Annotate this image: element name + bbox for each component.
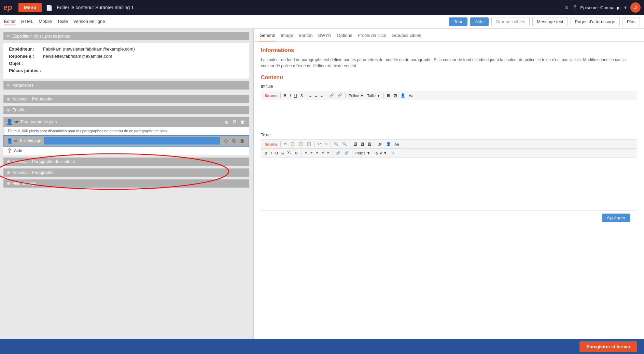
cut-btn[interactable]: ✂ [282,141,288,147]
page-title: Éditer le contenu: Summer mailing 1 [57,5,559,10]
img3-btn[interactable]: 🖼 [366,141,373,147]
align-right-1[interactable]: ≡ [319,93,324,98]
para-plan-add-btn[interactable]: ⊕ [223,118,230,125]
plus-button[interactable]: Plus [622,17,640,26]
font-btn-1[interactable]: Aa [407,93,415,98]
link-btn-2[interactable]: 🔗 [335,150,342,156]
groupes-cibles-button[interactable]: Groupes cibles [491,17,530,26]
replace-btn[interactable]: 🔍 [341,141,348,147]
close-icon[interactable]: ✕ [564,4,569,11]
entete-bar[interactable]: ⊕ En-tête [3,106,249,114]
tab-profils-clics[interactable]: Profils de clics [358,31,386,41]
sep-t8 [352,150,352,156]
help-circle-icon: ❓ [7,148,12,153]
sep-t6 [302,150,302,156]
strike-btn-2[interactable]: S [280,150,285,156]
texte-editor-body[interactable] [261,157,637,205]
sound-btn[interactable]: 🔊 [377,141,384,147]
unlink-btn-2[interactable]: 🔗 [343,150,350,156]
img-btn-2[interactable]: 🖼 [352,141,359,147]
img2-btn[interactable]: 🖼 [359,141,366,147]
sub-btn[interactable]: X₂ [286,150,292,156]
police-btn-1[interactable]: Police ▼ [347,93,365,98]
table-btn-2[interactable]: ⊞ [389,150,395,156]
list-btn[interactable]: ≡ [304,150,308,156]
person-btn-1[interactable]: 👤 [399,93,407,98]
para-plan-copy-btn[interactable]: ⧉ [232,118,238,125]
pages-atterrissage-button[interactable]: Pages d'atterrissage [571,17,620,26]
avatar-icon: 👤 [6,119,13,125]
strike-btn-1[interactable]: S [299,93,304,98]
image-btn-1[interactable]: 🖼 [392,93,398,98]
link-btn-1[interactable]: 🔗 [328,93,335,98]
tab-bouton[interactable]: Bouton [298,31,312,41]
nouveau-para-contenu-bar[interactable]: ⊕ Nouveau : Paragraphe de contenu [3,158,249,166]
align2-left[interactable]: ≡ [309,150,314,156]
sup-btn[interactable]: X² [293,150,300,156]
person-btn-2[interactable]: 👤 [385,141,392,147]
unlink-btn-1[interactable]: 🔗 [336,93,344,98]
source-btn-2[interactable]: Source [263,141,279,147]
para-plan-delete-btn[interactable]: 🗑 [239,118,247,125]
tab-texte[interactable]: Texte [57,18,68,25]
table-btn-1[interactable]: ⊞ [386,93,391,98]
sep2 [306,93,306,98]
source-btn-1[interactable]: Source [263,93,279,98]
redo-btn[interactable]: ↪ [323,141,329,147]
police-btn-2[interactable]: Police ▼ [354,150,372,156]
tab-editer[interactable]: Éditer [4,18,16,25]
tab-mobile[interactable]: Mobile [39,18,52,25]
appliquer-button[interactable]: Appliquer [602,214,630,222]
tab-groupes-cibles[interactable]: Groupes cibles [391,31,421,41]
paste2-btn[interactable]: 📋 [305,141,313,147]
tab-version-en-ligne[interactable]: Version en ligne [73,18,105,25]
underline-btn-1[interactable]: U [293,93,298,98]
tab-general[interactable]: Général [260,31,275,41]
nouveau-preheader-bar[interactable]: ⊕ Nouveau : Pré-header [3,95,249,103]
reponse-value: newsletter.fabrikam@example.com [43,54,112,59]
pieces-row: Pièces jointes : [9,68,244,73]
taille-btn-2[interactable]: Taille ▼ [373,150,389,156]
pied-bar[interactable]: ⊕ Pied de page [3,179,249,188]
text-image-copy-btn[interactable]: ⧉ [231,137,237,145]
align2-justify[interactable]: ≡ [326,150,331,156]
document-icon[interactable]: 📄 [46,4,53,11]
bold-btn-2[interactable]: B [263,150,269,156]
menu-button[interactable]: Menu [18,3,42,12]
text-image-delete-btn[interactable]: 🗑 [238,137,246,144]
nouveau-para-bar[interactable]: ⊕ Nouveau : Paragraphe [3,168,249,177]
pencil-icon: ✏ [7,34,10,39]
search-btn[interactable]: 🔍 [333,141,340,147]
intitule-editor-body[interactable] [261,100,637,127]
tab-html[interactable]: HTML [21,18,33,25]
tab-options[interactable]: Options [337,31,352,41]
align-center-1[interactable]: ≡ [313,93,318,98]
para-plan: 👤 ✏ Paragraphe de plan ⊕ ⧉ 🗑 En tout, 60… [3,117,249,155]
paste-btn[interactable]: 📋 [297,141,305,147]
avatar[interactable]: J [630,2,641,13]
align2-center[interactable]: ≡ [315,150,320,156]
tour-button[interactable]: Tour [449,17,467,26]
campaign-dropdown-icon[interactable]: ▼ [623,5,628,10]
help-icon[interactable]: ? [573,4,576,11]
tab-swyn[interactable]: SWYN [318,31,332,41]
align2-right[interactable]: ≡ [320,150,325,156]
italic-btn-2[interactable]: I [269,150,273,156]
sender-bar[interactable]: ✏ Expéditeur, objet, pièces jointes [3,32,249,40]
copy-btn[interactable]: 📋 [289,141,296,147]
align-left-1[interactable]: ≡ [308,93,313,98]
text-image-move-btn[interactable]: ⊕ [223,137,229,144]
italic-btn-1[interactable]: I [289,93,292,98]
sep-t1 [280,141,281,147]
bold-btn-1[interactable]: B [282,93,288,98]
text-image-row[interactable]: 👤 ✏ Texte/image ⊕ ⧉ 🗑 [3,135,249,147]
message-test-button[interactable]: Message test [532,17,568,26]
tab-image[interactable]: Image [281,31,293,41]
underline-btn-2[interactable]: U [274,150,279,156]
aide-button[interactable]: Aide [470,17,489,26]
undo-btn[interactable]: ↩ [317,141,322,147]
font-btn-2[interactable]: Aa [393,141,400,147]
taille-btn-1[interactable]: Taille ▼ [366,93,382,98]
parametres-bar[interactable]: ✏ Paramètres [3,81,249,90]
save-close-button[interactable]: Enregistrer et fermer [579,341,637,352]
